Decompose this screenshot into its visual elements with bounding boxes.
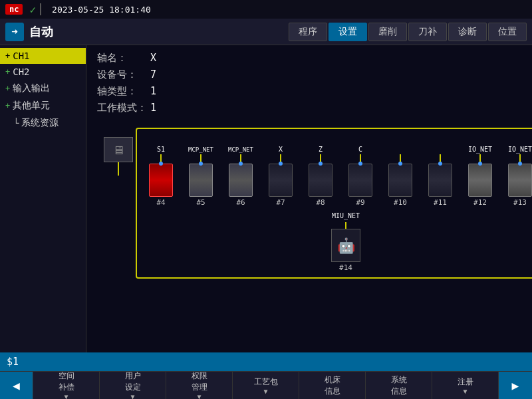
axis-type-label: 轴类型：: [97, 85, 150, 98]
toolbar-machine-button[interactable]: 机床 信息: [299, 372, 366, 400]
device-mcpnet1: MCP_NET #5: [182, 136, 219, 207]
device-mcpnet1-num: #5: [196, 198, 205, 207]
device-miunet-num: #14: [339, 263, 352, 272]
toolbar-next-button[interactable]: ▶: [499, 372, 532, 400]
controller-box: 🖥: [104, 137, 133, 162]
device-mcpnet2-num: #6: [236, 198, 245, 207]
device-z-icon: [309, 164, 332, 197]
device-miunet-label: MIU_NET: [332, 212, 360, 222]
plus-icon: +: [5, 67, 10, 76]
sidebar-item-ch1[interactable]: + CH1: [0, 48, 86, 64]
toolbar-user-button[interactable]: 用户 设定 ▼: [100, 372, 166, 400]
toolbar-space-button[interactable]: 空间 补偿 ▼: [33, 372, 100, 400]
tab-settings[interactable]: 设置: [329, 23, 367, 41]
info-section: 轴名： X 设备号： 7 轴类型： 1 工作模式： 1: [97, 52, 521, 114]
device-mcpnet1-label: MCP_NET: [188, 136, 213, 154]
device-blank2: #11: [422, 136, 459, 207]
mode-label: 自动: [29, 24, 53, 40]
toolbar-sysinfo-label2: 信息: [391, 386, 407, 397]
device-mcpnet1-icon: [189, 164, 213, 197]
toolbar-permission-button[interactable]: 权限 管理 ▼: [166, 372, 233, 400]
device-c-num: #9: [356, 198, 364, 207]
tab-diagnosis[interactable]: 诊断: [448, 23, 487, 41]
sidebar-item-other[interactable]: + 其他单元: [0, 97, 86, 114]
axis-name-label: 轴名：: [97, 52, 150, 65]
toolbar-process-label: 工艺包: [254, 376, 278, 388]
tab-tool[interactable]: 刀补: [408, 23, 447, 41]
device-c-label: C: [358, 136, 362, 154]
devices-row: S1 #4 MCP_NET: [142, 136, 532, 207]
toolbar-register-button[interactable]: 注册 ▼: [432, 372, 499, 400]
device-miunet: MIU_NET 🤖 #14: [153, 212, 532, 272]
device-mcpnet2-icon: [229, 164, 253, 197]
toolbar-sysinfo-button[interactable]: 系统 信息: [366, 372, 432, 400]
device-x: X #7: [262, 136, 299, 207]
sidebar-item-ch2[interactable]: + CH2: [0, 64, 86, 80]
device-mcpnet2-label: MCP_NET: [228, 136, 253, 154]
status-text: $1: [7, 356, 19, 368]
toolbar-user-arrow: ▼: [130, 393, 134, 399]
device-z-num: #8: [316, 198, 325, 207]
work-mode-label: 工作模式：: [97, 102, 150, 114]
mode-button: ➜ 自动: [5, 23, 53, 41]
device-mcpnet2: MCP_NET #6: [222, 136, 259, 207]
tab-grinding[interactable]: 磨削: [368, 23, 407, 41]
toolbar-process-button[interactable]: 工艺包 ▼: [233, 372, 299, 400]
device-miunet-icon: 🤖: [331, 229, 360, 262]
device-x-label: X: [279, 136, 283, 154]
ctrl-vert-line: [118, 162, 119, 176]
device-blank1-icon: [388, 164, 412, 197]
device-ionet2-icon: [508, 164, 532, 197]
plus-icon: +: [5, 51, 10, 61]
sidebar-label-ch2: CH2: [13, 66, 29, 77]
sidebar-label-ch1: CH1: [13, 51, 29, 61]
sidebar: + CH1 + CH2 + 输入输出 + 其他单元 └ 系统资源: [0, 45, 86, 352]
toolbar-user-label2: 设定: [125, 382, 141, 393]
device-ionet2-num: #13: [513, 198, 527, 207]
network-section: 🖥 S1: [97, 128, 521, 279]
titlebar: nc ✓ 2023-05-25 18:01:40: [0, 0, 532, 19]
controller-icon: 🖥: [112, 143, 124, 157]
device-x-num: #7: [276, 198, 285, 207]
sidebar-label-sysres: 系统资源: [21, 117, 59, 129]
toolbar-sysinfo-label: 系统: [391, 374, 407, 386]
toolbar-permission-arrow: ▼: [197, 393, 201, 399]
toolbar-machine-label2: 信息: [325, 386, 340, 397]
device-ionet2-label: IO_NET: [508, 136, 532, 154]
device-no-label: 设备号：: [97, 68, 150, 81]
statusbar: $1: [0, 352, 532, 371]
device-blank2-icon: [428, 164, 452, 197]
sidebar-item-sysres[interactable]: └ 系统资源: [0, 114, 86, 132]
device-s1-label: S1: [157, 136, 165, 154]
device-s1: S1 #4: [142, 136, 180, 207]
work-mode-value: 1: [150, 102, 190, 114]
device-ionet1-label: IO_NET: [468, 136, 492, 154]
sidebar-label-io: 输入输出: [13, 82, 50, 94]
menubar: ➜ 自动 程序 设置 磨削 刀补 诊断 位置: [0, 19, 532, 45]
content-area: 轴名： X 设备号： 7 轴类型： 1 工作模式： 1 🖥: [86, 45, 532, 352]
tab-position[interactable]: 位置: [488, 23, 527, 41]
axis-name-value: X: [150, 52, 190, 65]
toolbar-space-arrow: ▼: [64, 393, 68, 399]
toolbar-register-arrow: ▼: [463, 388, 467, 395]
device-c: C #9: [342, 136, 379, 207]
device-blank1-num: #10: [394, 198, 407, 207]
toolbar-space-label: 空间: [59, 370, 74, 382]
toolbar: ◀ 空间 补偿 ▼ 用户 设定 ▼ 权限 管理 ▼ 工艺包 ▼ 机床 信息 系统…: [0, 371, 532, 399]
network-box: S1 #4 MCP_NET: [136, 128, 532, 279]
device-ionet1: IO_NET #12: [462, 136, 499, 207]
toolbar-process-arrow: ▼: [263, 388, 267, 395]
plus-icon: +: [5, 101, 10, 110]
toolbar-user-label: 用户: [125, 370, 141, 382]
device-blank1: #10: [382, 136, 419, 207]
device-blank2-num: #11: [434, 198, 447, 207]
tab-program[interactable]: 程序: [289, 23, 327, 41]
axis-type-value: 1: [150, 85, 190, 98]
toolbar-register-label: 注册: [458, 376, 473, 388]
device-z: Z #8: [302, 136, 339, 207]
main-content: + CH1 + CH2 + 输入输出 + 其他单元 └ 系统资源 轴名： X 设…: [0, 45, 532, 352]
device-ionet2: IO_NET #13: [501, 136, 532, 207]
toolbar-prev-button[interactable]: ◀: [0, 372, 33, 400]
device-s1-icon: [149, 164, 173, 197]
sidebar-item-io[interactable]: + 输入输出: [0, 80, 86, 97]
